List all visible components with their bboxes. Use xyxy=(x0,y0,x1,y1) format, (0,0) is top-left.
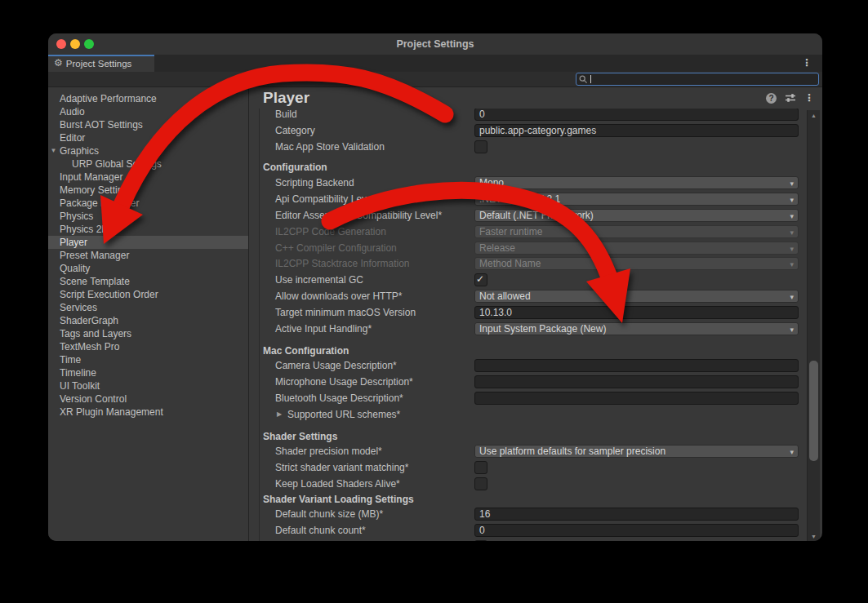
foldout-open-icon[interactable]: ▼ xyxy=(49,144,58,157)
section-shader-settings: Shader Settings xyxy=(250,428,807,445)
search-icon xyxy=(579,75,588,84)
dropdown-value: Default (.NET Framework) xyxy=(479,210,594,221)
il2cpp-code-generation-dropdown: Faster runtime ▾ xyxy=(474,225,799,238)
row-supported-url-schemes: ▶ Supported URL schemes* xyxy=(250,406,807,423)
editor-assemblies-dropdown[interactable]: Default (.NET Framework) ▾ xyxy=(474,209,799,222)
dropdown-value: Release xyxy=(479,242,515,254)
search-box xyxy=(576,73,819,86)
sidebar-item-physics-2d[interactable]: Physics 2D xyxy=(48,223,248,236)
shader-precision-model-dropdown[interactable]: Use platform defaults for sampler precis… xyxy=(474,445,799,458)
sidebar-item-time[interactable]: Time xyxy=(48,353,248,366)
help-icon[interactable]: ? xyxy=(766,93,777,104)
panel-menu-kebab-icon[interactable]: ⋮ xyxy=(804,92,814,104)
field-label: Allow downloads over HTTP* xyxy=(275,288,402,304)
row-use-incremental-gc: Use incremental GC ✓ xyxy=(250,272,807,288)
row-bluetooth-usage: Bluetooth Usage Description* xyxy=(250,390,807,406)
allow-downloads-http-dropdown[interactable]: Not allowed ▾ xyxy=(474,290,799,303)
dropdown-value: Not allowed xyxy=(479,290,531,302)
field-label: Category xyxy=(275,122,315,139)
mac-app-store-validation-checkbox[interactable] xyxy=(474,140,487,153)
section-header: Shader Settings xyxy=(263,428,337,445)
tab-menu-kebab-icon[interactable]: ⋮ xyxy=(802,55,812,72)
sidebar-item-player[interactable]: Player xyxy=(48,236,248,249)
sidebar-item-audio[interactable]: Audio xyxy=(48,105,248,118)
keep-loaded-shaders-alive-checkbox[interactable] xyxy=(474,477,487,490)
tab-project-settings[interactable]: ⚙ Project Settings xyxy=(48,55,154,72)
sidebar-item-input-manager[interactable]: Input Manager xyxy=(48,171,248,184)
search-input[interactable] xyxy=(593,73,813,85)
row-camera-usage: Camera Usage Description* xyxy=(250,357,807,374)
minimize-window-button[interactable] xyxy=(70,39,80,49)
api-compatibility-dropdown[interactable]: .NET Standard 2.1 ▾ xyxy=(474,193,799,206)
default-chunk-size-input[interactable] xyxy=(474,508,799,521)
target-minimum-macos-input[interactable] xyxy=(474,306,799,319)
window-title: Project Settings xyxy=(48,33,822,55)
camera-usage-input[interactable] xyxy=(474,359,799,372)
default-chunk-count-input[interactable] xyxy=(474,524,799,537)
strict-shader-variant-matching-checkbox[interactable] xyxy=(474,461,487,474)
titlebar: Project Settings xyxy=(48,33,822,55)
scripting-backend-dropdown[interactable]: Mono ▾ xyxy=(474,176,799,189)
sidebar-item-urp-global-settings[interactable]: URP Global Settings xyxy=(48,157,248,171)
row-scripting-backend: Scripting Backend Mono ▾ xyxy=(250,175,807,191)
row-editor-assemblies: Editor Assemblies Compatibility Level* D… xyxy=(250,207,807,224)
sidebar-item-timeline[interactable]: Timeline xyxy=(48,366,248,379)
field-label: Override xyxy=(275,539,313,541)
dropdown-value: Use platform defaults for sampler precis… xyxy=(479,446,665,457)
field-label: Microphone Usage Description* xyxy=(275,374,413,390)
category-input[interactable] xyxy=(474,124,799,137)
dropdown-value: Method Name xyxy=(479,258,541,269)
field-label: Scripting Backend xyxy=(275,175,354,191)
bluetooth-usage-input[interactable] xyxy=(474,392,799,405)
sidebar-item-adaptive-performance[interactable]: Adaptive Performance xyxy=(48,92,248,105)
build-input[interactable] xyxy=(474,109,799,121)
section-header: Configuration xyxy=(263,159,327,175)
row-shader-precision-model: Shader precision model* Use platform def… xyxy=(250,443,807,459)
sidebar-item-version-control[interactable]: Version Control xyxy=(48,392,248,406)
sidebar-item-xr-plugin-management[interactable]: XR Plugin Management xyxy=(48,406,248,419)
player-header: Player ? ⋮ xyxy=(250,87,822,109)
sidebar-item-ui-toolkit[interactable]: UI Toolkit xyxy=(48,379,248,392)
sidebar-item-graphics[interactable]: ▼Graphics xyxy=(48,144,248,157)
active-input-handling-dropdown[interactable]: Input System Package (New) ▾ xyxy=(474,322,799,335)
dropdown-value: Faster runtime xyxy=(479,226,542,237)
sidebar-item-physics[interactable]: Physics xyxy=(48,210,248,223)
zoom-window-button[interactable] xyxy=(84,39,94,49)
text-cursor xyxy=(590,75,591,83)
sidebar-item-memory-settings[interactable]: Memory Settings xyxy=(48,184,248,197)
section-header: Mac Configuration xyxy=(263,343,349,359)
sidebar-item-editor[interactable]: Editor xyxy=(48,131,248,144)
presets-icon[interactable] xyxy=(785,93,796,103)
sidebar-item-tags-and-layers[interactable]: Tags and Layers xyxy=(48,327,248,340)
scrollbar-thumb[interactable] xyxy=(809,361,818,461)
row-microphone-usage: Microphone Usage Description* xyxy=(250,374,807,390)
override-checkbox[interactable] xyxy=(474,540,487,541)
sidebar-item-services[interactable]: Services xyxy=(48,301,248,314)
field-label: IL2CPP Code Generation xyxy=(275,224,386,240)
scroll-up-icon[interactable]: ▲ xyxy=(808,113,820,118)
sidebar-item-scene-template[interactable]: Scene Template xyxy=(48,275,248,288)
sidebar-item-shadergraph[interactable]: ShaderGraph xyxy=(48,314,248,327)
field-label: Build xyxy=(275,109,297,122)
field-label[interactable]: Supported URL schemes* xyxy=(287,406,400,423)
scroll-down-icon[interactable]: ▼ xyxy=(808,534,820,539)
sidebar-item-package-manager[interactable]: Package Manager xyxy=(48,197,248,210)
use-incremental-gc-checkbox[interactable]: ✓ xyxy=(474,273,487,286)
field-label: Active Input Handling* xyxy=(275,321,372,337)
sidebar-item-script-execution-order[interactable]: Script Execution Order xyxy=(48,288,248,301)
microphone-usage-input[interactable] xyxy=(474,375,799,388)
foldout-closed-icon[interactable]: ▶ xyxy=(277,406,282,423)
field-label: Target minimum macOS Version xyxy=(275,304,416,321)
field-label: IL2CPP Stacktrace Information xyxy=(275,255,410,272)
toolbar xyxy=(48,72,822,87)
sidebar-item-preset-manager[interactable]: Preset Manager xyxy=(48,249,248,262)
sidebar-item-burst-aot-settings[interactable]: Burst AOT Settings xyxy=(48,118,248,131)
vertical-scrollbar[interactable]: ▲ ▼ xyxy=(807,110,820,541)
close-window-button[interactable] xyxy=(56,39,66,49)
field-label: Editor Assemblies Compatibility Level* xyxy=(275,207,442,224)
sidebar-item-quality[interactable]: Quality xyxy=(48,262,248,275)
sidebar-item-textmesh-pro[interactable]: TextMesh Pro xyxy=(48,340,248,353)
row-cpp-compiler-configuration: C++ Compiler Configuration Release ▾ xyxy=(250,240,807,256)
row-default-chunk-size: Default chunk size (MB)* xyxy=(250,506,807,522)
dropdown-value: Input System Package (New) xyxy=(479,323,606,335)
